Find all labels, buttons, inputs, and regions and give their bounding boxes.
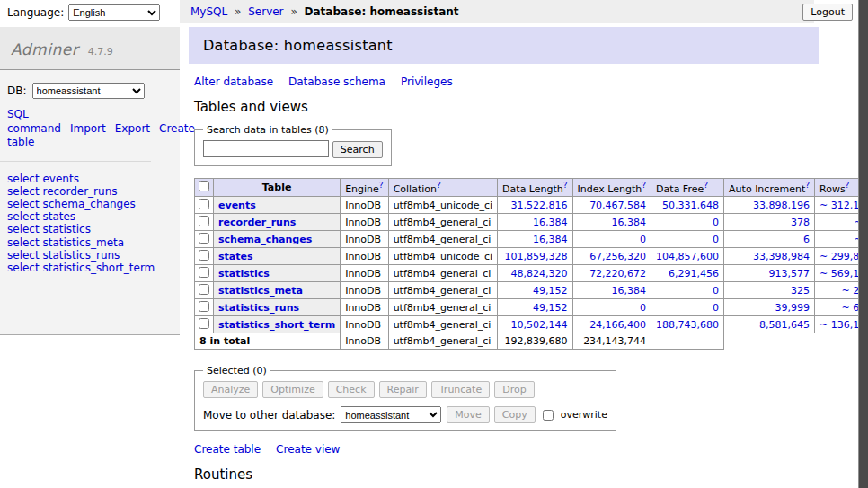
auto-increment-link[interactable]: 6: [803, 234, 810, 245]
index-length-link[interactable]: 24,166,400: [589, 319, 646, 331]
breadcrumb-link-server[interactable]: Server: [248, 5, 283, 18]
auto-increment-link[interactable]: 8,581,645: [759, 319, 810, 331]
table-name-link[interactable]: statistics_runs: [218, 302, 299, 314]
overwrite-label[interactable]: overwrite: [561, 409, 607, 421]
language-select[interactable]: English: [68, 4, 160, 21]
repair-button[interactable]: Repair: [379, 381, 427, 398]
data-length-link[interactable]: 10,502,144: [511, 319, 568, 331]
table-name-link[interactable]: states: [218, 251, 253, 262]
data-free-link[interactable]: 0: [713, 234, 719, 245]
data-length-link[interactable]: 101,859,328: [505, 251, 568, 262]
db-select[interactable]: homeassistant: [32, 83, 145, 99]
drop-button[interactable]: Drop: [494, 381, 534, 398]
table-name-link[interactable]: events: [218, 200, 256, 211]
index-length-link[interactable]: 16,384: [612, 217, 647, 228]
index-length-link[interactable]: 70,467,584: [589, 200, 646, 211]
database-action-link[interactable]: Privileges: [401, 75, 453, 88]
sidebar-action-link[interactable]: SQL command: [7, 108, 61, 135]
select-all-checkbox[interactable]: [199, 181, 209, 191]
data-free-link[interactable]: 6,291,456: [669, 268, 719, 279]
move-button[interactable]: Move: [447, 406, 490, 423]
column-help-link[interactable]: ?: [805, 181, 810, 190]
row-select-checkbox[interactable]: [199, 267, 209, 278]
data-free-link[interactable]: 104,857,600: [656, 251, 719, 262]
row-select-checkbox[interactable]: [199, 301, 209, 312]
column-header-engine: Engine?: [341, 178, 388, 197]
row-select-checkbox[interactable]: [199, 284, 209, 295]
copy-button[interactable]: Copy: [494, 406, 536, 423]
table-name-link[interactable]: statistics_short_term: [218, 319, 335, 331]
sidebar-select-link[interactable]: select recorder_runs: [7, 185, 173, 198]
auto-increment-link[interactable]: 33,898,196: [753, 200, 810, 211]
table-name-cell: statistics_meta: [214, 282, 341, 299]
sidebar-select-link[interactable]: select events: [7, 173, 173, 185]
table-name-link[interactable]: statistics: [218, 268, 270, 279]
index-length-link[interactable]: 67,256,320: [589, 251, 646, 262]
sidebar-select-link[interactable]: select schema_changes: [7, 198, 173, 210]
data-length-link[interactable]: 49,152: [533, 285, 568, 297]
sidebar-action-link[interactable]: Import: [70, 122, 106, 135]
sidebar-select-link[interactable]: select states: [7, 210, 173, 223]
create-link[interactable]: Create view: [276, 443, 340, 456]
row-select-checkbox[interactable]: [199, 216, 209, 226]
data-length-link[interactable]: 16,384: [533, 217, 568, 228]
total-collation-cell: utf8mb4_general_ci: [388, 333, 497, 350]
total-data-free-cell: [651, 333, 724, 350]
data-length-link[interactable]: 16,384: [533, 234, 568, 245]
database-action-link[interactable]: Alter database: [194, 75, 273, 88]
data-length-link[interactable]: 31,522,816: [511, 200, 568, 211]
auto-increment-link[interactable]: 39,999: [775, 302, 810, 314]
row-select-checkbox[interactable]: [199, 318, 209, 329]
column-help-link[interactable]: ?: [563, 181, 568, 190]
auto-increment-link[interactable]: 378: [791, 217, 810, 228]
column-help-link[interactable]: ?: [437, 181, 441, 190]
row-select-checkbox[interactable]: [199, 199, 209, 209]
column-help-link[interactable]: ?: [379, 181, 384, 190]
row-select-checkbox[interactable]: [199, 233, 209, 244]
column-help-link[interactable]: ?: [846, 181, 850, 190]
auto-increment-cell: 8,581,645: [724, 316, 815, 333]
table-name-link[interactable]: statistics_meta: [218, 285, 303, 297]
data-length-cell: 101,859,328: [498, 248, 572, 265]
index-length-link[interactable]: 0: [640, 302, 646, 314]
auto-increment-link[interactable]: 33,398,984: [753, 251, 810, 262]
column-help-link[interactable]: ?: [642, 181, 646, 190]
data-free-link[interactable]: 188,743,680: [656, 319, 719, 331]
data-free-link[interactable]: 0: [713, 302, 719, 314]
selected-fieldset: Selected (0) AnalyzeOptimizeCheckRepairT…: [194, 365, 616, 431]
data-length-link[interactable]: 48,824,320: [511, 268, 568, 279]
vertical-scrollbar[interactable]: [858, 0, 868, 488]
table-name-link[interactable]: recorder_runs: [218, 217, 296, 228]
total-data-length-cell: 192,839,680: [498, 333, 572, 350]
row-select-checkbox[interactable]: [199, 250, 209, 261]
database-action-link[interactable]: Database schema: [288, 75, 385, 88]
auto-increment-link[interactable]: 913,577: [769, 268, 810, 279]
column-help-link[interactable]: ?: [704, 181, 708, 190]
index-length-link[interactable]: 0: [640, 234, 646, 245]
sidebar-select-link[interactable]: select statistics: [7, 223, 173, 235]
data-free-link[interactable]: 0: [713, 285, 719, 297]
data-length-link[interactable]: 49,152: [533, 302, 568, 314]
sidebar-action-link[interactable]: Export: [115, 122, 150, 135]
optimize-button[interactable]: Optimize: [262, 381, 323, 398]
check-button[interactable]: Check: [328, 381, 375, 398]
index-length-link[interactable]: 16,384: [612, 285, 647, 297]
truncate-button[interactable]: Truncate: [431, 381, 490, 398]
breadcrumb-link-mysql[interactable]: MySQL: [190, 5, 227, 18]
search-input[interactable]: [203, 140, 329, 157]
table-name-link[interactable]: schema_changes: [218, 234, 312, 245]
index-length-link[interactable]: 72,220,672: [589, 268, 646, 279]
auto-increment-link[interactable]: 325: [791, 285, 810, 297]
sidebar-select-link[interactable]: select statistics_short_term: [7, 262, 173, 274]
create-link[interactable]: Create table: [194, 443, 261, 456]
data-free-link[interactable]: 0: [713, 217, 719, 228]
sidebar-select-link[interactable]: select statistics_runs: [7, 249, 173, 262]
scrollbar-thumb[interactable]: [858, 0, 868, 488]
logout-button[interactable]: Logout: [802, 4, 853, 21]
move-db-select[interactable]: homeassistant: [341, 406, 441, 423]
search-button[interactable]: Search: [332, 141, 383, 158]
data-free-link[interactable]: 50,331,648: [662, 200, 719, 211]
analyze-button[interactable]: Analyze: [203, 381, 258, 398]
sidebar-select-link[interactable]: select statistics_meta: [7, 236, 173, 249]
overwrite-checkbox[interactable]: [543, 410, 554, 421]
